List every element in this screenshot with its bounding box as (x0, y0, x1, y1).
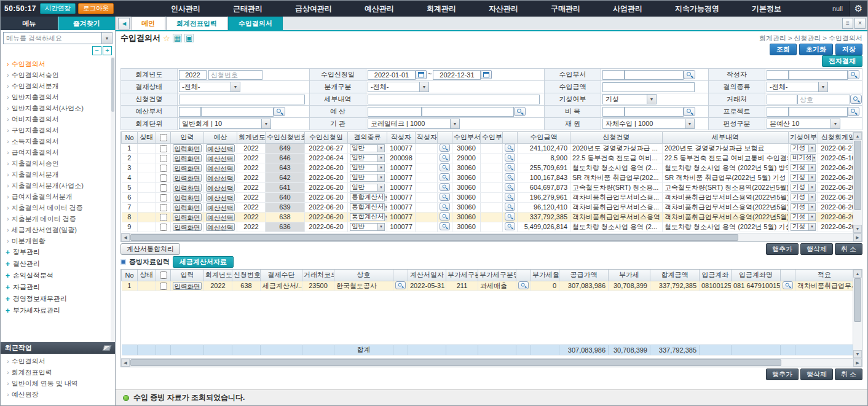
column-header[interactable]: 합계금액 (650, 270, 700, 281)
add-row-button[interactable]: 행추가 (766, 369, 799, 380)
column-header[interactable] (156, 270, 171, 281)
horizontal-scrollbar[interactable]: ◀ ▶ (121, 358, 862, 367)
search-icon[interactable] (505, 144, 515, 152)
open-input-screen-button[interactable]: 입력화면 (173, 174, 202, 182)
sidebar-group[interactable]: +결산관리 (4, 258, 115, 270)
vertical-scrollbar[interactable]: ▲ ▼ (853, 270, 862, 358)
calendar-icon[interactable] (416, 70, 427, 79)
sidebar-tab-menu[interactable]: 메뉴 (1, 17, 58, 30)
sidebar-group[interactable]: +장부관리 (4, 246, 115, 258)
column-header[interactable]: 입력 (171, 270, 204, 281)
accounting-unit-select[interactable]: 일반회계 | 10▼ (179, 119, 271, 129)
kind-select[interactable]: 일반▼ (350, 223, 385, 231)
sidebar-group[interactable]: +자금관리 (4, 281, 115, 293)
giseong-select[interactable]: 기성▼ (791, 193, 816, 201)
kind-select[interactable]: 일반▼ (350, 144, 385, 152)
giseong-select[interactable]: 기성▼ (602, 94, 657, 104)
search-button[interactable]: 조회 (770, 44, 797, 55)
open-input-screen-button[interactable]: 입력화면 (173, 193, 202, 201)
search-icon[interactable] (684, 107, 695, 116)
approval-status-select[interactable]: -전체-▼ (179, 82, 240, 92)
tax-invoice-button[interactable]: 세금계산서자료 (173, 256, 234, 268)
column-header[interactable]: No (122, 270, 138, 281)
table-row[interactable]: 4입력화면예산선택20226422022-06-20일반▼10007730060… (122, 173, 853, 182)
row-checkbox[interactable] (160, 224, 167, 231)
open-input-screen-button[interactable]: 입력화면 (173, 144, 202, 152)
open-input-screen-button[interactable]: 입력화면 (173, 282, 202, 290)
table-row[interactable]: 1입력화면예산선택20226492022-06-27일반▼10007730060… (122, 143, 853, 153)
top-menu-item[interactable]: 급상여관리 (295, 4, 332, 14)
row-checkbox[interactable] (160, 165, 167, 172)
expense-item-code-input[interactable] (602, 107, 625, 117)
search-icon[interactable] (514, 107, 526, 116)
delete-row-button[interactable]: 행삭제 (800, 369, 833, 380)
column-header[interactable]: 결제수단 (261, 270, 302, 281)
request-title-input[interactable] (179, 95, 305, 104)
open-input-screen-button[interactable]: 입력화면 (173, 164, 202, 172)
budget-dept-name-input[interactable] (201, 107, 274, 117)
income-dept-name-input[interactable] (625, 70, 684, 80)
income-amount-input[interactable] (602, 82, 695, 92)
table-row[interactable]: 3입력화면예산선택20226432022-06-20일반▼10007730060… (122, 163, 853, 173)
top-menu-item[interactable]: 기본정보 (752, 4, 781, 14)
select-all-checkbox[interactable] (160, 134, 167, 141)
recent-work-item[interactable]: ›일반이체 연동 및 내역 (4, 378, 115, 389)
column-header[interactable]: 수입신청일 (305, 132, 348, 143)
giseong-select[interactable]: 기성▼ (791, 144, 816, 152)
sidebar-item[interactable]: ›수입결의서분개 (4, 80, 115, 92)
invoice-merge-button[interactable]: 계산서통합처리 (120, 243, 180, 255)
vertical-scrollbar[interactable]: ▲ ▼ (853, 132, 862, 233)
column-header[interactable] (438, 132, 452, 143)
search-icon[interactable] (848, 107, 859, 116)
column-header[interactable]: 신청번호 (232, 270, 261, 281)
date-from-input[interactable] (368, 70, 416, 80)
expand-all-button[interactable]: + (103, 46, 112, 55)
sidebar-item[interactable]: ›지출결의서분개 (4, 169, 115, 180)
kind-select[interactable]: 일반▼ (350, 174, 385, 182)
search-icon[interactable] (440, 144, 450, 152)
search-icon[interactable] (440, 173, 450, 181)
column-header[interactable]: 회계년도 (204, 270, 232, 281)
journal-type-select[interactable]: -전체-▼ (368, 82, 429, 92)
column-header[interactable]: 세부내역 (663, 132, 789, 143)
column-header[interactable]: 상호 (334, 270, 393, 281)
sidebar-item[interactable]: ›미분개현황 (4, 235, 115, 246)
clear-recent-icon[interactable] (103, 345, 112, 351)
budget-select-button[interactable]: 예산선택 (206, 213, 235, 221)
select-all-checkbox[interactable] (160, 271, 167, 279)
save-button[interactable]: 저장 (835, 44, 862, 55)
giseong-select[interactable]: 기성▼ (791, 203, 816, 211)
open-input-screen-button[interactable]: 입력화면 (173, 223, 202, 231)
column-header[interactable]: 계산서일자 (408, 270, 446, 281)
row-checkbox[interactable] (160, 174, 167, 182)
menu-search-input[interactable]: 메뉴를 검색하세요 ▼ (3, 32, 112, 44)
organization-select[interactable]: 코레일테크 | 1000▼ (368, 119, 460, 129)
expense-item-name-input[interactable] (625, 107, 684, 117)
column-header[interactable]: 적요 (795, 270, 853, 281)
giseong-select[interactable]: 기성▼ (791, 184, 816, 192)
cancel-button[interactable]: 취 소 (835, 243, 862, 255)
column-header[interactable]: 상태 (138, 270, 156, 281)
column-header[interactable]: 부가세율 (531, 270, 559, 281)
giseong-select[interactable]: 기성▼ (791, 213, 816, 221)
sidebar-item[interactable]: ›지출결의서승인 (4, 158, 115, 169)
writer-code-input[interactable] (767, 70, 789, 80)
column-header[interactable] (781, 270, 795, 281)
column-header[interactable]: 입금계좌 (700, 270, 732, 281)
settings-button[interactable]: ⚙ (849, 1, 867, 17)
request-no-input[interactable] (208, 70, 262, 80)
table-row[interactable]: 9입력화면예산선택20226362022-06-20일반▼10007730060… (122, 222, 853, 232)
sidebar-item[interactable]: ›지출결의서 데이터 검증 (4, 202, 115, 213)
top-menu-item[interactable]: 근태관리 (233, 4, 262, 14)
sidebar-item[interactable]: ›지출분개 데이터 검증 (4, 213, 115, 224)
fund-source-select[interactable]: 자체수입 | 1000▼ (602, 119, 695, 129)
budget-select-button[interactable]: 예산선택 (206, 193, 235, 201)
sidebar-item[interactable]: ›수입결의서승인 (4, 69, 115, 80)
column-header[interactable]: 수입금액 (518, 132, 570, 143)
open-input-screen-button[interactable]: 입력화면 (173, 184, 202, 192)
top-menu-item[interactable]: 인사관리 (171, 4, 200, 14)
search-icon[interactable] (440, 213, 450, 221)
column-header[interactable]: 상태 (138, 132, 156, 143)
budget-select-button[interactable]: 예산선택 (206, 184, 235, 192)
kind-select[interactable]: 일반▼ (350, 164, 385, 172)
